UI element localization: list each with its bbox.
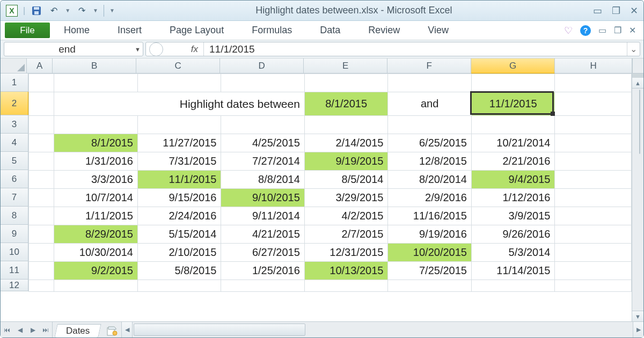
row-header-10[interactable]: 10 bbox=[1, 243, 28, 261]
cell[interactable] bbox=[221, 74, 304, 92]
col-header-F[interactable]: F bbox=[387, 58, 471, 74]
start-date-cell[interactable]: 8/1/2015 bbox=[304, 92, 388, 116]
data-cell[interactable]: 1/12/2016 bbox=[471, 189, 555, 207]
data-cell[interactable]: 4/25/2015 bbox=[221, 134, 304, 152]
cell[interactable] bbox=[388, 116, 472, 134]
cell[interactable] bbox=[28, 244, 54, 262]
data-cell[interactable]: 9/2/2015 bbox=[54, 262, 138, 280]
data-cell[interactable]: 6/25/2015 bbox=[388, 134, 472, 152]
sheet-last-icon[interactable]: ⏭ bbox=[39, 326, 52, 334]
cell[interactable] bbox=[304, 116, 388, 134]
cell[interactable] bbox=[28, 152, 54, 171]
data-cell[interactable]: 9/19/2016 bbox=[388, 225, 472, 244]
undo-dropdown-icon[interactable]: ▼ bbox=[65, 8, 70, 13]
cell[interactable] bbox=[28, 262, 54, 280]
end-date-cell[interactable]: 11/1/2015 bbox=[471, 92, 555, 116]
formula-input[interactable]: 11/1/2015 bbox=[204, 43, 627, 55]
split-handle[interactable] bbox=[632, 74, 643, 78]
cell[interactable] bbox=[555, 152, 632, 171]
data-cell[interactable]: 8/8/2014 bbox=[221, 171, 304, 189]
data-cell[interactable]: 2/9/2016 bbox=[388, 189, 472, 207]
formula-expand-icon[interactable]: ⌄ bbox=[627, 42, 640, 56]
data-cell[interactable]: 10/20/2015 bbox=[388, 244, 472, 262]
sheet-next-icon[interactable]: ▶ bbox=[26, 326, 39, 334]
cell[interactable] bbox=[471, 116, 555, 134]
data-cell[interactable]: 8/29/2015 bbox=[54, 225, 138, 244]
data-cell[interactable]: 5/15/2014 bbox=[137, 225, 221, 244]
cells[interactable]: Highlight dates between8/1/2015and11/1/2… bbox=[28, 74, 632, 321]
fx-label[interactable]: fx bbox=[166, 42, 204, 56]
cell[interactable] bbox=[28, 280, 54, 292]
data-cell[interactable]: 2/24/2016 bbox=[137, 207, 221, 225]
heart-icon[interactable]: ♡ bbox=[564, 25, 573, 36]
cell[interactable] bbox=[28, 116, 54, 134]
row-header-4[interactable]: 4 bbox=[1, 134, 28, 152]
sheet-prev-icon[interactable]: ◀ bbox=[13, 326, 26, 334]
hscroll-thumb[interactable] bbox=[134, 324, 305, 336]
cell[interactable] bbox=[137, 116, 221, 134]
data-cell[interactable]: 2/14/2015 bbox=[304, 134, 388, 152]
horizontal-scrollbar[interactable]: ◀ ▶ bbox=[121, 322, 643, 337]
cell[interactable] bbox=[555, 74, 632, 92]
col-header-H[interactable]: H bbox=[555, 58, 632, 74]
cell[interactable] bbox=[304, 74, 388, 92]
tab-view[interactable]: View bbox=[414, 21, 463, 40]
data-cell[interactable]: 9/10/2015 bbox=[221, 189, 304, 207]
hscroll-track[interactable] bbox=[133, 322, 633, 337]
row-header-7[interactable]: 7 bbox=[1, 188, 28, 207]
cell[interactable] bbox=[28, 92, 54, 116]
vertical-scrollbar[interactable]: ▲ ▼ bbox=[632, 74, 643, 321]
data-cell[interactable]: 9/4/2015 bbox=[471, 171, 555, 189]
maximize-button[interactable]: ❐ bbox=[612, 5, 620, 17]
data-cell[interactable]: 5/3/2014 bbox=[471, 244, 555, 262]
name-box[interactable]: end ▼ bbox=[4, 42, 143, 56]
cell[interactable] bbox=[137, 280, 221, 292]
col-header-G[interactable]: G bbox=[471, 58, 555, 74]
file-tab[interactable]: File bbox=[5, 23, 50, 38]
excel-icon[interactable]: X bbox=[6, 5, 18, 17]
data-cell[interactable]: 9/26/2016 bbox=[471, 225, 555, 244]
cell[interactable] bbox=[555, 280, 632, 292]
data-cell[interactable]: 6/27/2015 bbox=[221, 244, 304, 262]
data-cell[interactable]: 7/31/2015 bbox=[137, 152, 221, 171]
cell[interactable] bbox=[28, 207, 54, 225]
new-sheet-icon[interactable] bbox=[103, 324, 121, 337]
data-cell[interactable]: 11/16/2015 bbox=[388, 207, 472, 225]
data-cell[interactable]: 5/8/2015 bbox=[137, 262, 221, 280]
data-cell[interactable]: 2/21/2016 bbox=[471, 152, 555, 171]
data-cell[interactable]: 9/15/2016 bbox=[137, 189, 221, 207]
and-cell[interactable]: and bbox=[388, 92, 472, 116]
data-cell[interactable]: 10/21/2014 bbox=[471, 134, 555, 152]
data-cell[interactable]: 10/13/2015 bbox=[304, 262, 388, 280]
scroll-left-icon[interactable]: ◀ bbox=[122, 322, 133, 337]
cell[interactable] bbox=[471, 74, 555, 92]
data-cell[interactable]: 3/29/2015 bbox=[304, 189, 388, 207]
save-icon[interactable] bbox=[31, 5, 42, 17]
cell[interactable] bbox=[54, 280, 138, 292]
tab-insert[interactable]: Insert bbox=[104, 21, 156, 40]
tab-review[interactable]: Review bbox=[354, 21, 414, 40]
close-button[interactable]: ✕ bbox=[630, 5, 638, 17]
data-cell[interactable]: 7/27/2014 bbox=[221, 152, 304, 171]
cell[interactable] bbox=[555, 134, 632, 152]
row-header-12[interactable]: 12 bbox=[1, 280, 28, 291]
vscroll-thumb[interactable] bbox=[639, 90, 640, 154]
cell[interactable] bbox=[221, 116, 304, 134]
data-cell[interactable]: 9/11/2014 bbox=[221, 207, 304, 225]
cell[interactable] bbox=[54, 116, 138, 134]
data-cell[interactable]: 12/31/2015 bbox=[304, 244, 388, 262]
cell[interactable] bbox=[221, 280, 304, 292]
doc-minimize-button[interactable]: ▭ bbox=[598, 25, 606, 35]
tab-formulas[interactable]: Formulas bbox=[238, 21, 306, 40]
redo-icon[interactable]: ↷ bbox=[76, 5, 87, 17]
scroll-down-icon[interactable]: ▼ bbox=[632, 311, 643, 321]
row-header-8[interactable]: 8 bbox=[1, 207, 28, 225]
scroll-up-icon[interactable]: ▲ bbox=[632, 78, 643, 89]
row-header-1[interactable]: 1 bbox=[1, 74, 28, 92]
cell[interactable] bbox=[54, 74, 138, 92]
col-header-E[interactable]: E bbox=[304, 58, 387, 74]
cell[interactable] bbox=[555, 171, 632, 189]
row-header-5[interactable]: 5 bbox=[1, 152, 28, 170]
data-cell[interactable]: 2/10/2015 bbox=[137, 244, 221, 262]
minimize-button[interactable]: ▭ bbox=[593, 5, 602, 17]
